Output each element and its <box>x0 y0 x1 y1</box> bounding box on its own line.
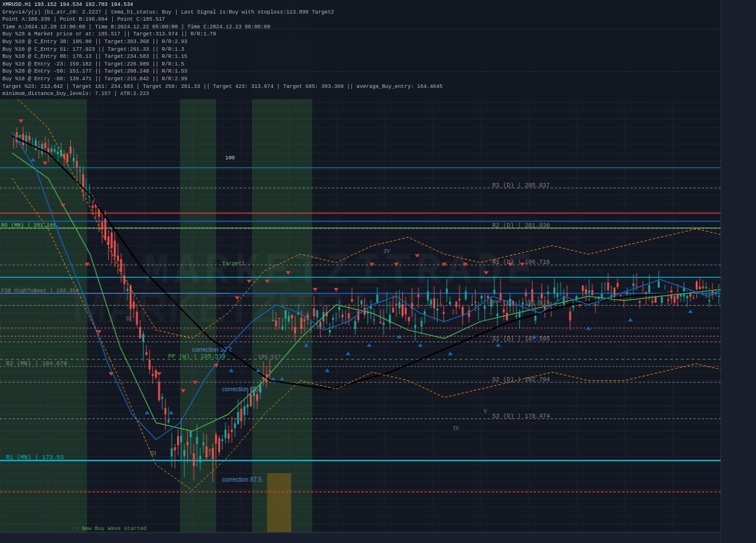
info-line-1: Grey=14/y(y) |b1_atr_c0: 2.2227 | tema_h… <box>2 9 718 17</box>
info-line-6: Buy %10 @ C_Entry 51: 177.923 || Target:… <box>2 46 718 54</box>
chart-container: MARKETZITRADE XMRUSD.H1 193.152 194.534 … <box>0 0 756 543</box>
info-line-9: Buy %20 @ Entry -50: 151.177 || Target:2… <box>2 68 718 76</box>
info-line-11: Target %23: 213.842 | Target 161: 234.58… <box>2 83 718 91</box>
info-line-2: Point A:188.339 | Point B:196.664 | Poin… <box>2 16 718 24</box>
info-line-3: Time A:2024.12.20 13:00:00 | Time B:2024… <box>2 24 718 31</box>
info-line-8: Buy %10 @ Entry -23: 159.182 || Target:2… <box>2 61 718 68</box>
info-line-4: Buy %20 & Market price or at: 185.517 ||… <box>2 31 718 38</box>
time-axis <box>0 532 721 543</box>
price-axis <box>721 0 756 543</box>
info-line-7: Buy %10 @ C_Entry 88: 170.13 || Target:2… <box>2 53 718 61</box>
info-line-5: Buy %10 @ C_Entry 38: 185.08 || Target:3… <box>2 38 718 46</box>
info-line-12: minimum_distance_buy_levels: 7.157 | ATR… <box>2 90 718 98</box>
title-line: XMRUSD.H1 193.152 194.534 192.703 194.53… <box>2 1 718 9</box>
info-bar: XMRUSD.H1 193.152 194.534 192.703 194.53… <box>0 0 721 99</box>
chart-title: XMRUSD.H1 193.152 194.534 192.703 194.53… <box>2 2 133 8</box>
info-line-10: Buy %10 @ Entry -88: 139.471 || Target:2… <box>2 76 718 83</box>
